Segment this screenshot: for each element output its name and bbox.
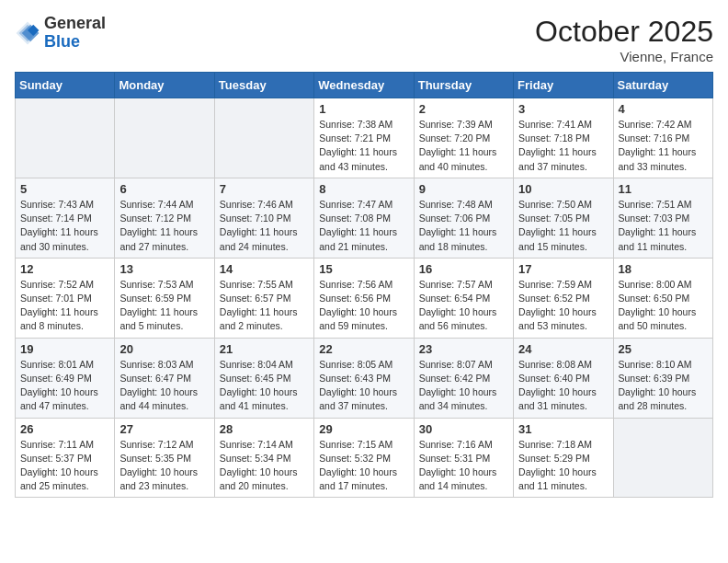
day-number: 12 bbox=[20, 262, 109, 276]
day-number: 18 bbox=[619, 262, 708, 276]
calendar-cell bbox=[214, 98, 313, 178]
day-info: Sunrise: 8:04 AM Sunset: 6:45 PM Dayligh… bbox=[220, 358, 309, 414]
logo-text: General Blue bbox=[44, 15, 106, 52]
day-info: Sunrise: 8:05 AM Sunset: 6:43 PM Dayligh… bbox=[319, 358, 408, 414]
weekday-header-wednesday: Wednesday bbox=[314, 73, 414, 98]
day-info: Sunrise: 8:00 AM Sunset: 6:50 PM Dayligh… bbox=[619, 278, 708, 334]
calendar-cell: 31Sunrise: 7:18 AM Sunset: 5:29 PM Dayli… bbox=[514, 418, 613, 498]
day-number: 10 bbox=[518, 182, 608, 196]
weekday-header-sunday: Sunday bbox=[16, 73, 115, 98]
calendar-cell: 9Sunrise: 7:48 AM Sunset: 7:06 PM Daylig… bbox=[414, 178, 513, 258]
calendar-cell: 18Sunrise: 8:00 AM Sunset: 6:50 PM Dayli… bbox=[613, 258, 712, 338]
weekday-header-tuesday: Tuesday bbox=[214, 73, 313, 98]
calendar-cell bbox=[16, 98, 115, 178]
day-number: 29 bbox=[319, 422, 408, 436]
calendar-cell: 3Sunrise: 7:41 AM Sunset: 7:18 PM Daylig… bbox=[514, 98, 613, 178]
day-info: Sunrise: 7:47 AM Sunset: 7:08 PM Dayligh… bbox=[319, 198, 408, 254]
day-info: Sunrise: 7:52 AM Sunset: 7:01 PM Dayligh… bbox=[20, 278, 109, 334]
calendar-cell: 14Sunrise: 7:55 AM Sunset: 6:57 PM Dayli… bbox=[214, 258, 313, 338]
day-number: 17 bbox=[518, 262, 608, 276]
day-number: 30 bbox=[419, 422, 508, 436]
day-info: Sunrise: 7:38 AM Sunset: 7:21 PM Dayligh… bbox=[319, 118, 408, 174]
title-block: October 2025 Vienne, France bbox=[535, 15, 713, 64]
day-info: Sunrise: 7:41 AM Sunset: 7:18 PM Dayligh… bbox=[518, 118, 608, 174]
day-info: Sunrise: 7:18 AM Sunset: 5:29 PM Dayligh… bbox=[518, 438, 608, 494]
week-row-4: 19Sunrise: 8:01 AM Sunset: 6:49 PM Dayli… bbox=[16, 338, 713, 418]
day-number: 26 bbox=[20, 422, 109, 436]
calendar-cell: 16Sunrise: 7:57 AM Sunset: 6:54 PM Dayli… bbox=[414, 258, 513, 338]
day-number: 13 bbox=[119, 262, 209, 276]
week-row-3: 12Sunrise: 7:52 AM Sunset: 7:01 PM Dayli… bbox=[16, 258, 713, 338]
day-info: Sunrise: 7:55 AM Sunset: 6:57 PM Dayligh… bbox=[220, 278, 309, 334]
logo-general: General bbox=[44, 14, 106, 32]
calendar-cell: 29Sunrise: 7:15 AM Sunset: 5:32 PM Dayli… bbox=[314, 418, 414, 498]
day-number: 6 bbox=[119, 182, 209, 196]
calendar-cell: 5Sunrise: 7:43 AM Sunset: 7:14 PM Daylig… bbox=[16, 178, 115, 258]
logo-blue: Blue bbox=[44, 32, 80, 51]
day-number: 5 bbox=[20, 182, 109, 196]
week-row-2: 5Sunrise: 7:43 AM Sunset: 7:14 PM Daylig… bbox=[16, 178, 713, 258]
calendar-cell: 20Sunrise: 8:03 AM Sunset: 6:47 PM Dayli… bbox=[115, 338, 214, 418]
day-number: 1 bbox=[319, 102, 408, 116]
calendar-cell bbox=[613, 418, 712, 498]
calendar-cell: 30Sunrise: 7:16 AM Sunset: 5:31 PM Dayli… bbox=[414, 418, 513, 498]
day-info: Sunrise: 7:56 AM Sunset: 6:56 PM Dayligh… bbox=[319, 278, 408, 334]
calendar: SundayMondayTuesdayWednesdayThursdayFrid… bbox=[15, 72, 713, 498]
calendar-cell: 2Sunrise: 7:39 AM Sunset: 7:20 PM Daylig… bbox=[414, 98, 513, 178]
calendar-cell: 8Sunrise: 7:47 AM Sunset: 7:08 PM Daylig… bbox=[314, 178, 414, 258]
day-number: 14 bbox=[220, 262, 309, 276]
weekday-header-monday: Monday bbox=[115, 73, 214, 98]
weekday-header-thursday: Thursday bbox=[414, 73, 513, 98]
location: Vienne, France bbox=[535, 49, 713, 64]
day-number: 27 bbox=[119, 422, 209, 436]
calendar-cell: 23Sunrise: 8:07 AM Sunset: 6:42 PM Dayli… bbox=[414, 338, 513, 418]
calendar-cell: 1Sunrise: 7:38 AM Sunset: 7:21 PM Daylig… bbox=[314, 98, 414, 178]
day-number: 9 bbox=[419, 182, 508, 196]
day-number: 19 bbox=[20, 342, 109, 356]
day-info: Sunrise: 7:15 AM Sunset: 5:32 PM Dayligh… bbox=[319, 438, 408, 494]
day-info: Sunrise: 7:59 AM Sunset: 6:52 PM Dayligh… bbox=[518, 278, 608, 334]
week-row-5: 26Sunrise: 7:11 AM Sunset: 5:37 PM Dayli… bbox=[16, 418, 713, 498]
calendar-cell: 19Sunrise: 8:01 AM Sunset: 6:49 PM Dayli… bbox=[16, 338, 115, 418]
day-info: Sunrise: 8:10 AM Sunset: 6:39 PM Dayligh… bbox=[619, 358, 708, 414]
week-row-1: 1Sunrise: 7:38 AM Sunset: 7:21 PM Daylig… bbox=[16, 98, 713, 178]
day-number: 8 bbox=[319, 182, 408, 196]
calendar-cell: 10Sunrise: 7:50 AM Sunset: 7:05 PM Dayli… bbox=[514, 178, 613, 258]
calendar-cell: 15Sunrise: 7:56 AM Sunset: 6:56 PM Dayli… bbox=[314, 258, 414, 338]
day-info: Sunrise: 8:07 AM Sunset: 6:42 PM Dayligh… bbox=[419, 358, 508, 414]
day-number: 21 bbox=[220, 342, 309, 356]
calendar-cell: 6Sunrise: 7:44 AM Sunset: 7:12 PM Daylig… bbox=[115, 178, 214, 258]
day-number: 3 bbox=[518, 102, 608, 116]
day-info: Sunrise: 7:11 AM Sunset: 5:37 PM Dayligh… bbox=[20, 438, 109, 494]
calendar-cell: 12Sunrise: 7:52 AM Sunset: 7:01 PM Dayli… bbox=[16, 258, 115, 338]
day-number: 16 bbox=[419, 262, 508, 276]
day-info: Sunrise: 7:39 AM Sunset: 7:20 PM Dayligh… bbox=[419, 118, 508, 174]
day-info: Sunrise: 8:08 AM Sunset: 6:40 PM Dayligh… bbox=[518, 358, 608, 414]
day-info: Sunrise: 7:12 AM Sunset: 5:35 PM Dayligh… bbox=[119, 438, 209, 494]
day-number: 31 bbox=[518, 422, 608, 436]
weekday-header-friday: Friday bbox=[514, 73, 613, 98]
calendar-cell: 27Sunrise: 7:12 AM Sunset: 5:35 PM Dayli… bbox=[115, 418, 214, 498]
page-header: General Blue October 2025 Vienne, France bbox=[15, 15, 713, 64]
day-number: 20 bbox=[119, 342, 209, 356]
day-info: Sunrise: 8:03 AM Sunset: 6:47 PM Dayligh… bbox=[119, 358, 209, 414]
calendar-cell: 13Sunrise: 7:53 AM Sunset: 6:59 PM Dayli… bbox=[115, 258, 214, 338]
day-info: Sunrise: 7:48 AM Sunset: 7:06 PM Dayligh… bbox=[419, 198, 508, 254]
day-number: 24 bbox=[518, 342, 608, 356]
day-info: Sunrise: 7:42 AM Sunset: 7:16 PM Dayligh… bbox=[619, 118, 708, 174]
calendar-cell: 25Sunrise: 8:10 AM Sunset: 6:39 PM Dayli… bbox=[613, 338, 712, 418]
day-number: 22 bbox=[319, 342, 408, 356]
calendar-cell: 17Sunrise: 7:59 AM Sunset: 6:52 PM Dayli… bbox=[514, 258, 613, 338]
calendar-cell: 7Sunrise: 7:46 AM Sunset: 7:10 PM Daylig… bbox=[214, 178, 313, 258]
calendar-cell bbox=[115, 98, 214, 178]
day-number: 28 bbox=[220, 422, 309, 436]
day-number: 4 bbox=[619, 102, 708, 116]
day-number: 25 bbox=[619, 342, 708, 356]
day-info: Sunrise: 7:14 AM Sunset: 5:34 PM Dayligh… bbox=[220, 438, 309, 494]
day-info: Sunrise: 7:43 AM Sunset: 7:14 PM Dayligh… bbox=[20, 198, 109, 254]
calendar-cell: 11Sunrise: 7:51 AM Sunset: 7:03 PM Dayli… bbox=[613, 178, 712, 258]
calendar-cell: 26Sunrise: 7:11 AM Sunset: 5:37 PM Dayli… bbox=[16, 418, 115, 498]
calendar-cell: 21Sunrise: 8:04 AM Sunset: 6:45 PM Dayli… bbox=[214, 338, 313, 418]
day-info: Sunrise: 7:53 AM Sunset: 6:59 PM Dayligh… bbox=[119, 278, 209, 334]
day-number: 23 bbox=[419, 342, 508, 356]
